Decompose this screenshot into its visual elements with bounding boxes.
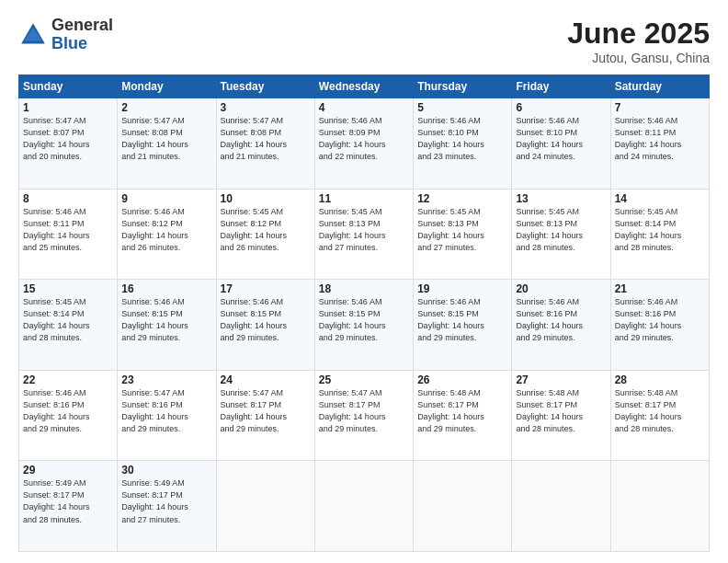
- calendar-cell: 20Sunrise: 5:46 AM Sunset: 8:16 PM Dayli…: [512, 280, 610, 371]
- day-info: Sunrise: 5:45 AM Sunset: 8:13 PM Dayligh…: [417, 206, 507, 254]
- calendar-body: 1Sunrise: 5:47 AM Sunset: 8:07 PM Daylig…: [19, 98, 710, 552]
- calendar-cell: 25Sunrise: 5:47 AM Sunset: 8:17 PM Dayli…: [314, 370, 413, 461]
- day-number: 3: [221, 101, 311, 114]
- weekday-header-tuesday: Tuesday: [216, 75, 314, 98]
- day-number: 30: [121, 464, 211, 477]
- day-number: 7: [615, 101, 705, 114]
- calendar-cell: 24Sunrise: 5:47 AM Sunset: 8:17 PM Dayli…: [216, 370, 314, 461]
- calendar-cell: 19Sunrise: 5:46 AM Sunset: 8:15 PM Dayli…: [414, 280, 512, 371]
- day-info: Sunrise: 5:45 AM Sunset: 8:14 PM Dayligh…: [615, 206, 705, 254]
- calendar-cell: 14Sunrise: 5:45 AM Sunset: 8:14 PM Dayli…: [610, 189, 709, 280]
- day-info: Sunrise: 5:46 AM Sunset: 8:16 PM Dayligh…: [23, 387, 113, 435]
- day-info: Sunrise: 5:48 AM Sunset: 8:17 PM Dayligh…: [615, 387, 705, 435]
- calendar-cell: 8Sunrise: 5:46 AM Sunset: 8:11 PM Daylig…: [19, 189, 118, 280]
- day-info: Sunrise: 5:45 AM Sunset: 8:13 PM Dayligh…: [516, 206, 606, 254]
- day-info: Sunrise: 5:47 AM Sunset: 8:07 PM Dayligh…: [23, 115, 113, 163]
- logo-icon: [18, 20, 48, 50]
- calendar-cell: 21Sunrise: 5:46 AM Sunset: 8:16 PM Dayli…: [610, 280, 709, 371]
- day-info: Sunrise: 5:46 AM Sunset: 8:11 PM Dayligh…: [23, 206, 113, 254]
- calendar-cell: [314, 461, 413, 552]
- header: General Blue June 2025 Jutou, Gansu, Chi…: [18, 17, 710, 65]
- calendar-cell: 12Sunrise: 5:45 AM Sunset: 8:13 PM Dayli…: [414, 189, 512, 280]
- day-number: 14: [615, 192, 705, 205]
- weekday-header-monday: Monday: [118, 75, 216, 98]
- day-info: Sunrise: 5:46 AM Sunset: 8:12 PM Dayligh…: [121, 206, 211, 254]
- calendar-week-5: 29Sunrise: 5:49 AM Sunset: 8:17 PM Dayli…: [19, 461, 710, 552]
- calendar-week-3: 15Sunrise: 5:45 AM Sunset: 8:14 PM Dayli…: [19, 280, 710, 371]
- day-number: 16: [121, 282, 211, 295]
- weekday-header-saturday: Saturday: [610, 75, 709, 98]
- day-number: 12: [417, 192, 507, 205]
- page: General Blue June 2025 Jutou, Gansu, Chi…: [0, 0, 728, 563]
- day-number: 9: [121, 192, 211, 205]
- day-number: 21: [615, 282, 705, 295]
- logo-general: General: [51, 17, 113, 35]
- calendar-cell: [610, 461, 709, 552]
- day-info: Sunrise: 5:45 AM Sunset: 8:12 PM Dayligh…: [221, 206, 311, 254]
- day-info: Sunrise: 5:49 AM Sunset: 8:17 PM Dayligh…: [121, 477, 211, 525]
- calendar-cell: 30Sunrise: 5:49 AM Sunset: 8:17 PM Dayli…: [118, 461, 216, 552]
- calendar-cell: 9Sunrise: 5:46 AM Sunset: 8:12 PM Daylig…: [118, 189, 216, 280]
- calendar-cell: 28Sunrise: 5:48 AM Sunset: 8:17 PM Dayli…: [610, 370, 709, 461]
- calendar-cell: 11Sunrise: 5:45 AM Sunset: 8:13 PM Dayli…: [314, 189, 413, 280]
- day-info: Sunrise: 5:46 AM Sunset: 8:16 PM Dayligh…: [516, 296, 606, 344]
- weekday-header-friday: Friday: [512, 75, 610, 98]
- weekday-header-row: SundayMondayTuesdayWednesdayThursdayFrid…: [19, 75, 710, 98]
- day-number: 27: [516, 373, 606, 386]
- day-info: Sunrise: 5:47 AM Sunset: 8:08 PM Dayligh…: [221, 115, 311, 163]
- day-number: 26: [417, 373, 507, 386]
- day-info: Sunrise: 5:47 AM Sunset: 8:17 PM Dayligh…: [221, 387, 311, 435]
- day-info: Sunrise: 5:48 AM Sunset: 8:17 PM Dayligh…: [516, 387, 606, 435]
- day-number: 20: [516, 282, 606, 295]
- logo-text: General Blue: [51, 17, 113, 53]
- calendar-cell: 1Sunrise: 5:47 AM Sunset: 8:07 PM Daylig…: [19, 98, 118, 190]
- day-number: 2: [121, 101, 211, 114]
- day-number: 19: [417, 282, 507, 295]
- day-info: Sunrise: 5:46 AM Sunset: 8:15 PM Dayligh…: [121, 296, 211, 344]
- title-month: June 2025: [567, 17, 710, 51]
- calendar-table: SundayMondayTuesdayWednesdayThursdayFrid…: [18, 75, 710, 552]
- calendar-cell: 6Sunrise: 5:46 AM Sunset: 8:10 PM Daylig…: [512, 98, 610, 190]
- day-number: 28: [615, 373, 705, 386]
- day-number: 25: [319, 373, 409, 386]
- day-number: 23: [121, 373, 211, 386]
- day-info: Sunrise: 5:46 AM Sunset: 8:09 PM Dayligh…: [319, 115, 409, 163]
- day-number: 11: [319, 192, 409, 205]
- day-number: 10: [221, 192, 311, 205]
- day-info: Sunrise: 5:46 AM Sunset: 8:10 PM Dayligh…: [516, 115, 606, 163]
- calendar-cell: 15Sunrise: 5:45 AM Sunset: 8:14 PM Dayli…: [19, 280, 118, 371]
- calendar-cell: 4Sunrise: 5:46 AM Sunset: 8:09 PM Daylig…: [314, 98, 413, 190]
- weekday-header-wednesday: Wednesday: [314, 75, 413, 98]
- day-info: Sunrise: 5:45 AM Sunset: 8:14 PM Dayligh…: [23, 296, 113, 344]
- day-info: Sunrise: 5:46 AM Sunset: 8:15 PM Dayligh…: [221, 296, 311, 344]
- calendar-cell: 29Sunrise: 5:49 AM Sunset: 8:17 PM Dayli…: [19, 461, 118, 552]
- calendar-cell: 26Sunrise: 5:48 AM Sunset: 8:17 PM Dayli…: [414, 370, 512, 461]
- day-number: 15: [23, 282, 113, 295]
- day-info: Sunrise: 5:47 AM Sunset: 8:17 PM Dayligh…: [319, 387, 409, 435]
- calendar-cell: 23Sunrise: 5:47 AM Sunset: 8:16 PM Dayli…: [118, 370, 216, 461]
- day-number: 29: [23, 464, 113, 477]
- day-number: 17: [221, 282, 311, 295]
- day-number: 5: [417, 101, 507, 114]
- calendar-cell: 5Sunrise: 5:46 AM Sunset: 8:10 PM Daylig…: [414, 98, 512, 190]
- calendar-week-2: 8Sunrise: 5:46 AM Sunset: 8:11 PM Daylig…: [19, 189, 710, 280]
- day-number: 1: [23, 101, 113, 114]
- calendar-cell: 13Sunrise: 5:45 AM Sunset: 8:13 PM Dayli…: [512, 189, 610, 280]
- day-info: Sunrise: 5:46 AM Sunset: 8:15 PM Dayligh…: [417, 296, 507, 344]
- calendar-cell: 27Sunrise: 5:48 AM Sunset: 8:17 PM Dayli…: [512, 370, 610, 461]
- weekday-header-sunday: Sunday: [19, 75, 118, 98]
- calendar-week-4: 22Sunrise: 5:46 AM Sunset: 8:16 PM Dayli…: [19, 370, 710, 461]
- calendar-cell: [216, 461, 314, 552]
- day-number: 24: [221, 373, 311, 386]
- day-number: 6: [516, 101, 606, 114]
- day-number: 13: [516, 192, 606, 205]
- calendar-cell: 2Sunrise: 5:47 AM Sunset: 8:08 PM Daylig…: [118, 98, 216, 190]
- calendar-cell: 17Sunrise: 5:46 AM Sunset: 8:15 PM Dayli…: [216, 280, 314, 371]
- calendar-cell: 7Sunrise: 5:46 AM Sunset: 8:11 PM Daylig…: [610, 98, 709, 190]
- day-info: Sunrise: 5:46 AM Sunset: 8:15 PM Dayligh…: [319, 296, 409, 344]
- day-number: 8: [23, 192, 113, 205]
- calendar-week-1: 1Sunrise: 5:47 AM Sunset: 8:07 PM Daylig…: [19, 98, 710, 190]
- day-info: Sunrise: 5:46 AM Sunset: 8:16 PM Dayligh…: [615, 296, 705, 344]
- day-number: 4: [319, 101, 409, 114]
- calendar-cell: 16Sunrise: 5:46 AM Sunset: 8:15 PM Dayli…: [118, 280, 216, 371]
